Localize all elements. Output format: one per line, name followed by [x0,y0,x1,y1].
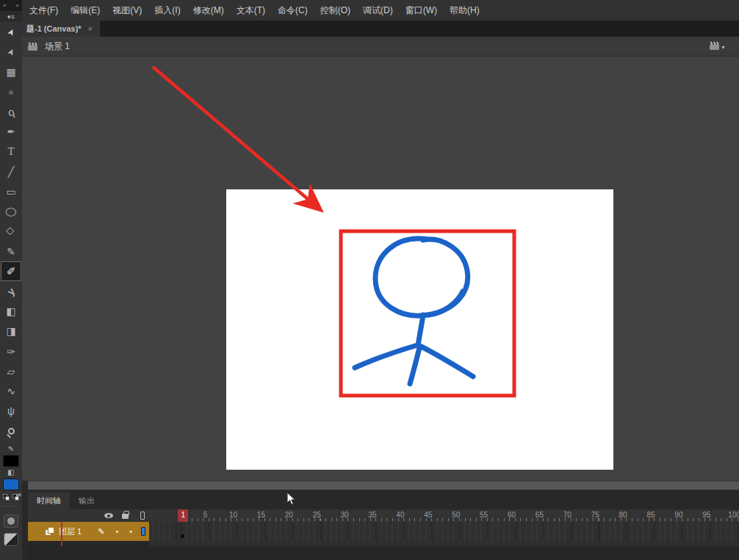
ruler-number-95: 95 [702,511,710,519]
ruler-numbers[interactable]: 1510152025303540455055606570758085909510… [149,509,739,522]
ruler-number-30: 30 [341,511,349,519]
timeline-tabbar: 时间轴 输出 [28,490,739,509]
zoom-tool[interactable] [1,421,21,441]
bone-tool[interactable]: y [1,281,21,301]
menu-item-3[interactable]: 视图(V) [112,4,142,17]
paint-bucket-tool-icon: ◨ [6,325,15,337]
stroke-color-swatch[interactable] [3,455,19,467]
tab-timeline[interactable]: 时间轴 [28,492,70,509]
object-drawing-button[interactable] [4,514,18,528]
layer-info[interactable]: 图层 1 ✎ • • [28,522,149,541]
ink-bottle-tool[interactable]: ◧ [1,302,21,321]
fluid-brush-tool: ● [1,82,21,102]
tab-output[interactable]: 输出 [70,492,104,509]
collapse-panel-icon[interactable]: « [3,2,6,9]
tools-list: ➤➤▦●ρ✒T╱▭◯◇✎✐y◧◨✑▱∿ψ [1,22,21,441]
ruler-number-100: 100 [728,511,739,519]
document-tab[interactable]: 题-1 (Canvas)* × [22,21,100,37]
menu-item-1[interactable]: 文件(F) [29,4,58,17]
horizontal-scrollbar[interactable] [28,481,739,490]
timeline-panel: 时间轴 输出 151015202530354045505560657075808… [28,490,739,560]
layer-row[interactable]: 图层 1 ✎ • • [28,522,739,541]
ruler-number-1: 1 [181,511,186,519]
free-transform-tool[interactable]: ▦ [1,62,21,81]
rectangle-tool[interactable]: ▭ [1,182,21,202]
eraser-tool-icon: ▱ [7,366,15,377]
menu-item-10[interactable]: 窗口(W) [405,4,437,17]
menu-item-4[interactable]: 插入(I) [154,4,180,17]
text-tool[interactable]: T [1,142,21,161]
fill-bucket-icon: ◧ [7,469,14,476]
ruler-number-65: 65 [536,511,544,519]
ruler-number-60: 60 [508,511,516,519]
close-panel-icon[interactable]: × [15,2,19,9]
outline-mode-icon[interactable] [140,512,145,520]
hand-tool[interactable]: ψ [1,401,21,421]
menu-item-8[interactable]: 控制(O) [320,4,350,17]
fill-color-swatch[interactable] [3,479,19,490]
toolbar-divider [3,506,19,506]
pen-tool[interactable]: ✒ [1,122,21,142]
free-transform-tool-icon: ▦ [6,66,15,78]
menu-item-5[interactable]: 修改(M) [193,4,224,17]
animate-window: « × ▾≡ 文件(F)编辑(E)视图(V)插入(I)修改(M)文本(T)命令(… [0,0,739,560]
menu-item-7[interactable]: 命令(C) [278,4,308,17]
panel-gutter [22,481,28,560]
menu-item-11[interactable]: 帮助(H) [450,4,480,17]
layer-frames-strip[interactable] [149,522,739,541]
lock-icon[interactable] [122,514,129,519]
stage-svg [22,57,739,481]
layer-pages-icon [46,528,53,535]
ruler-number-50: 50 [452,511,460,519]
menu-item-9[interactable]: 调试(D) [363,4,393,17]
mouse-cursor-icon [286,492,296,506]
tools-panel: ➤➤▦●ρ✒T╱▭◯◇✎✐y◧◨✑▱∿ψ ✎ ◧ ⇄ [0,22,22,560]
ruler-number-25: 25 [313,511,321,519]
fluid-brush-tool-icon: ● [8,86,14,98]
selection-tool[interactable]: ➤ [1,22,21,42]
pen-tool-icon: ✒ [7,126,15,137]
ruler-number-10: 10 [229,511,237,519]
oval-tool[interactable]: ◯ [1,202,21,222]
lasso-tool[interactable]: ρ [1,102,21,122]
ruler-number-20: 20 [285,511,293,519]
menu-item-6[interactable]: 文本(T) [237,4,265,17]
visibility-eye-icon[interactable] [104,513,113,518]
ruler-number-75: 75 [591,511,599,519]
pencil-tool-icon: ✎ [7,246,15,258]
timeline-empty-area [28,541,739,560]
menu-item-2[interactable]: 编辑(E) [71,4,100,17]
brush-tool-icon: ✐ [7,265,16,278]
layer-visibility-dot[interactable]: • [115,527,118,536]
tools-panel-header: « × [0,0,22,11]
ruler-number-90: 90 [674,511,682,519]
default-colors-button[interactable] [3,494,10,501]
canvas-area[interactable] [22,57,739,481]
keyframe-dot[interactable] [181,534,184,538]
paint-bucket-tool[interactable]: ◨ [1,321,21,341]
asset-warp-tool[interactable]: ∿ [1,381,21,401]
tab-close-icon[interactable]: × [88,24,93,33]
subselection-tool[interactable]: ➤ [1,42,21,62]
polystar-tool[interactable]: ◇ [1,222,21,241]
lasso-tool-icon: ρ [7,105,15,118]
pencil-tool[interactable]: ✎ [1,241,21,261]
layer-outline-color-swatch[interactable] [141,527,145,536]
frame-ruler[interactable]: 1510152025303540455055606570758085909510… [28,509,739,522]
layer-lock-dot[interactable]: • [129,527,132,536]
eyedropper-tool[interactable]: ✑ [1,341,21,361]
ruler-number-5: 5 [203,511,208,519]
edit-scene-button[interactable]: ▼ [704,42,726,50]
brush-tool[interactable]: ✐ [1,261,21,281]
ink-bottle-tool-icon: ◧ [6,305,15,317]
brush-mode-button[interactable] [4,533,18,546]
panel-menu-icon[interactable]: ▾≡ [0,11,22,22]
tool-color-section: ✎ ◧ ⇄ [3,446,19,546]
document-tabbar: 题-1 (Canvas)* × [22,21,739,37]
subselection-tool-icon: ➤ [5,46,18,57]
ruler-number-40: 40 [396,511,404,519]
eraser-tool[interactable]: ▱ [1,361,21,381]
line-tool[interactable]: ╱ [1,161,21,181]
text-tool-icon: T [7,145,14,158]
swap-colors-button[interactable]: ⇄ [12,494,19,501]
